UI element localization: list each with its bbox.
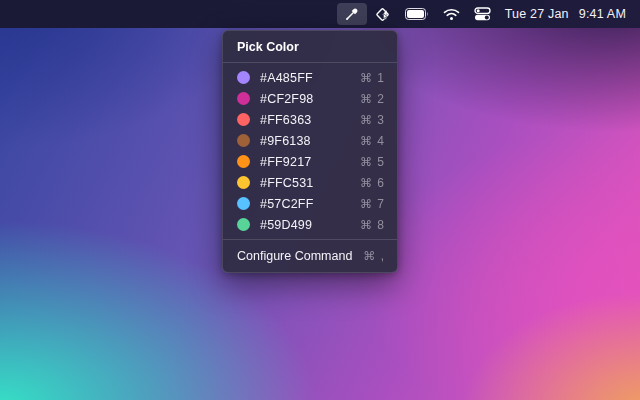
shortcut-label: ⌘ 7 [360,197,385,211]
menu-item-color[interactable]: #FF9217 ⌘ 5 [223,151,397,172]
shortcut-label: ⌘ 4 [360,134,385,148]
color-hex-label: #57C2FF [260,197,360,211]
color-swatch [237,176,250,189]
control-center-icon [474,7,491,21]
menu-item-color[interactable]: #57C2FF ⌘ 7 [223,193,397,214]
eyedropper-menubar-button[interactable] [337,3,367,25]
color-hex-label: #A485FF [260,71,360,85]
color-hex-label: #FF9217 [260,155,360,169]
menu-item-configure-command[interactable]: Configure Command ⌘ , [223,244,397,267]
menubar-time: 9:41 AM [579,7,626,21]
shortcut-label: ⌘ 3 [360,113,385,127]
shortcut-label: ⌘ 8 [360,218,385,232]
menu-item-color[interactable]: #A485FF ⌘ 1 [223,67,397,88]
color-swatch [237,113,250,126]
pick-color-menu: Pick Color #A485FF ⌘ 1 #CF2F98 ⌘ 2 #FF63… [222,30,398,273]
color-swatch [237,134,250,147]
eyedropper-icon [344,6,360,22]
menu-item-color[interactable]: #FF6363 ⌘ 3 [223,109,397,130]
shortcut-label: ⌘ 1 [360,71,385,85]
color-swatch [237,155,250,168]
color-swatch [237,92,250,105]
menu-item-color[interactable]: #CF2F98 ⌘ 2 [223,88,397,109]
battery-icon [405,8,429,20]
menu-item-color[interactable]: #9F6138 ⌘ 4 [223,130,397,151]
configure-command-label: Configure Command [237,249,363,263]
menu-separator [223,62,397,63]
color-swatch [237,71,250,84]
color-swatch [237,197,250,210]
shortcut-label: ⌘ , [363,249,385,263]
color-hex-label: #FF6363 [260,113,360,127]
menu-item-color[interactable]: #FFC531 ⌘ 6 [223,172,397,193]
battery-menubar-button[interactable] [398,3,436,25]
shortcut-label: ⌘ 6 [360,176,385,190]
color-snap-icon [374,6,391,23]
color-hex-label: #9F6138 [260,134,360,148]
color-swatch [237,218,250,231]
menu-separator [223,239,397,240]
control-center-menubar-button[interactable] [467,3,498,25]
menubar-clock[interactable]: Tue 27 Jan 9:41 AM [498,7,630,21]
color-hex-label: #CF2F98 [260,92,360,106]
menubar-date: Tue 27 Jan [505,7,569,21]
color-snap-menubar-button[interactable] [367,3,398,25]
menu-title: Pick Color [223,38,397,62]
menu-item-color[interactable]: #59D499 ⌘ 8 [223,214,397,235]
wifi-menubar-button[interactable] [436,3,467,25]
wifi-icon [443,8,460,21]
color-hex-label: #59D499 [260,218,360,232]
shortcut-label: ⌘ 2 [360,92,385,106]
shortcut-label: ⌘ 5 [360,155,385,169]
menubar: Tue 27 Jan 9:41 AM [0,0,640,28]
color-hex-label: #FFC531 [260,176,360,190]
